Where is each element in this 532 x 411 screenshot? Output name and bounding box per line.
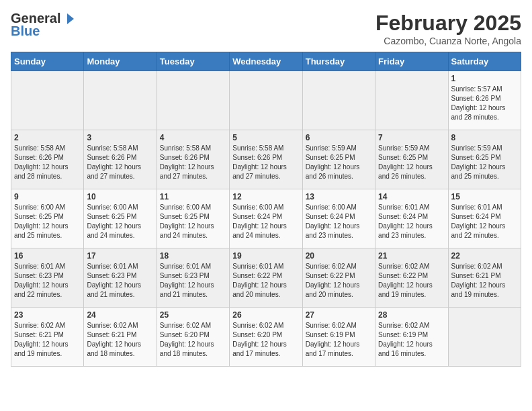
day-number: 12 bbox=[232, 192, 299, 201]
day-info: Sunrise: 5:58 AM Sunset: 6:26 PM Dayligh… bbox=[87, 144, 153, 181]
table-row: 26Sunrise: 6:02 AM Sunset: 6:20 PM Dayli… bbox=[230, 308, 302, 367]
svg-marker-0 bbox=[67, 13, 74, 24]
day-info: Sunrise: 5:59 AM Sunset: 6:25 PM Dayligh… bbox=[378, 144, 445, 181]
table-row bbox=[230, 71, 302, 130]
day-number: 1 bbox=[451, 74, 518, 83]
col-sunday: Sunday bbox=[11, 52, 84, 71]
table-row: 21Sunrise: 6:02 AM Sunset: 6:22 PM Dayli… bbox=[375, 248, 448, 308]
day-number: 16 bbox=[14, 251, 81, 261]
week-row-1: 1Sunrise: 5:57 AM Sunset: 6:26 PM Daylig… bbox=[11, 71, 521, 130]
table-row bbox=[11, 71, 84, 130]
table-row: 13Sunrise: 6:00 AM Sunset: 6:24 PM Dayli… bbox=[302, 189, 375, 248]
day-number: 20 bbox=[306, 251, 372, 261]
day-number: 23 bbox=[14, 310, 81, 320]
col-thursday: Thursday bbox=[302, 52, 375, 71]
day-info: Sunrise: 5:57 AM Sunset: 6:26 PM Dayligh… bbox=[451, 85, 518, 122]
col-tuesday: Tuesday bbox=[157, 52, 229, 71]
week-row-4: 16Sunrise: 6:01 AM Sunset: 6:23 PM Dayli… bbox=[11, 248, 521, 308]
col-monday: Monday bbox=[84, 52, 157, 71]
title-area: February 2025 Cazombo, Cuanza Norte, Ang… bbox=[375, 11, 521, 46]
day-info: Sunrise: 6:00 AM Sunset: 6:24 PM Dayligh… bbox=[306, 203, 372, 240]
day-info: Sunrise: 6:01 AM Sunset: 6:23 PM Dayligh… bbox=[14, 262, 81, 300]
day-number: 3 bbox=[87, 133, 153, 142]
table-row: 7Sunrise: 5:59 AM Sunset: 6:25 PM Daylig… bbox=[375, 130, 448, 189]
day-number: 18 bbox=[160, 251, 226, 261]
table-row: 9Sunrise: 6:00 AM Sunset: 6:25 PM Daylig… bbox=[11, 189, 84, 248]
day-info: Sunrise: 6:01 AM Sunset: 6:22 PM Dayligh… bbox=[232, 262, 299, 300]
table-row: 20Sunrise: 6:02 AM Sunset: 6:22 PM Dayli… bbox=[302, 248, 375, 308]
day-info: Sunrise: 6:01 AM Sunset: 6:23 PM Dayligh… bbox=[160, 262, 226, 300]
day-number: 13 bbox=[306, 192, 372, 201]
week-row-2: 2Sunrise: 5:58 AM Sunset: 6:26 PM Daylig… bbox=[11, 130, 521, 189]
day-info: Sunrise: 6:02 AM Sunset: 6:21 PM Dayligh… bbox=[14, 321, 81, 359]
table-row bbox=[302, 71, 375, 130]
day-info: Sunrise: 6:01 AM Sunset: 6:24 PM Dayligh… bbox=[378, 203, 445, 240]
table-row: 25Sunrise: 6:02 AM Sunset: 6:20 PM Dayli… bbox=[157, 308, 229, 367]
day-number: 4 bbox=[160, 133, 226, 142]
day-info: Sunrise: 6:02 AM Sunset: 6:20 PM Dayligh… bbox=[160, 321, 226, 359]
table-row: 15Sunrise: 6:01 AM Sunset: 6:24 PM Dayli… bbox=[448, 189, 521, 248]
col-saturday: Saturday bbox=[448, 52, 521, 71]
day-number: 26 bbox=[232, 310, 299, 320]
table-row: 6Sunrise: 5:59 AM Sunset: 6:25 PM Daylig… bbox=[302, 130, 375, 189]
day-number: 24 bbox=[87, 310, 153, 320]
table-row: 3Sunrise: 5:58 AM Sunset: 6:26 PM Daylig… bbox=[84, 130, 157, 189]
table-row bbox=[448, 308, 521, 367]
page-header: General Blue February 2025 Cazombo, Cuan… bbox=[11, 11, 521, 46]
table-row: 14Sunrise: 6:01 AM Sunset: 6:24 PM Dayli… bbox=[375, 189, 448, 248]
day-number: 25 bbox=[160, 310, 226, 320]
day-info: Sunrise: 6:02 AM Sunset: 6:19 PM Dayligh… bbox=[378, 321, 445, 359]
table-row: 28Sunrise: 6:02 AM Sunset: 6:19 PM Dayli… bbox=[375, 308, 448, 367]
day-info: Sunrise: 6:02 AM Sunset: 6:22 PM Dayligh… bbox=[306, 262, 372, 300]
week-row-5: 23Sunrise: 6:02 AM Sunset: 6:21 PM Dayli… bbox=[11, 308, 521, 367]
table-row: 17Sunrise: 6:01 AM Sunset: 6:23 PM Dayli… bbox=[84, 248, 157, 308]
table-row: 5Sunrise: 5:58 AM Sunset: 6:26 PM Daylig… bbox=[230, 130, 302, 189]
day-info: Sunrise: 5:58 AM Sunset: 6:26 PM Dayligh… bbox=[232, 144, 299, 181]
table-row: 12Sunrise: 6:00 AM Sunset: 6:24 PM Dayli… bbox=[230, 189, 302, 248]
day-number: 10 bbox=[87, 192, 153, 201]
day-info: Sunrise: 6:00 AM Sunset: 6:25 PM Dayligh… bbox=[160, 203, 226, 240]
table-row: 27Sunrise: 6:02 AM Sunset: 6:19 PM Dayli… bbox=[302, 308, 375, 367]
table-row: 16Sunrise: 6:01 AM Sunset: 6:23 PM Dayli… bbox=[11, 248, 84, 308]
location: Cazombo, Cuanza Norte, Angola bbox=[375, 36, 521, 46]
day-info: Sunrise: 5:58 AM Sunset: 6:26 PM Dayligh… bbox=[160, 144, 226, 181]
day-number: 7 bbox=[378, 133, 445, 142]
day-info: Sunrise: 6:02 AM Sunset: 6:19 PM Dayligh… bbox=[306, 321, 372, 359]
day-info: Sunrise: 6:00 AM Sunset: 6:25 PM Dayligh… bbox=[14, 203, 81, 240]
month-title: February 2025 bbox=[375, 11, 521, 36]
day-number: 9 bbox=[14, 192, 81, 201]
day-info: Sunrise: 6:01 AM Sunset: 6:23 PM Dayligh… bbox=[87, 262, 153, 300]
table-row: 18Sunrise: 6:01 AM Sunset: 6:23 PM Dayli… bbox=[157, 248, 229, 308]
day-info: Sunrise: 6:02 AM Sunset: 6:21 PM Dayligh… bbox=[451, 262, 518, 300]
day-info: Sunrise: 6:00 AM Sunset: 6:25 PM Dayligh… bbox=[87, 203, 153, 240]
table-row: 22Sunrise: 6:02 AM Sunset: 6:21 PM Dayli… bbox=[448, 248, 521, 308]
day-number: 2 bbox=[14, 133, 81, 142]
table-row: 8Sunrise: 5:59 AM Sunset: 6:25 PM Daylig… bbox=[448, 130, 521, 189]
logo: General Blue bbox=[11, 11, 75, 39]
table-row bbox=[84, 71, 157, 130]
week-row-3: 9Sunrise: 6:00 AM Sunset: 6:25 PM Daylig… bbox=[11, 189, 521, 248]
day-number: 8 bbox=[451, 133, 518, 142]
day-number: 22 bbox=[451, 251, 518, 261]
day-info: Sunrise: 6:00 AM Sunset: 6:24 PM Dayligh… bbox=[232, 203, 299, 240]
calendar-table: Sunday Monday Tuesday Wednesday Thursday… bbox=[11, 52, 521, 367]
day-info: Sunrise: 5:59 AM Sunset: 6:25 PM Dayligh… bbox=[451, 144, 518, 181]
calendar-header-row: Sunday Monday Tuesday Wednesday Thursday… bbox=[11, 52, 521, 71]
col-wednesday: Wednesday bbox=[230, 52, 302, 71]
table-row: 11Sunrise: 6:00 AM Sunset: 6:25 PM Dayli… bbox=[157, 189, 229, 248]
day-number: 19 bbox=[232, 251, 299, 261]
day-info: Sunrise: 5:59 AM Sunset: 6:25 PM Dayligh… bbox=[306, 144, 372, 181]
day-info: Sunrise: 6:01 AM Sunset: 6:24 PM Dayligh… bbox=[451, 203, 518, 240]
table-row bbox=[157, 71, 229, 130]
table-row bbox=[375, 71, 448, 130]
day-number: 15 bbox=[451, 192, 518, 201]
day-info: Sunrise: 5:58 AM Sunset: 6:26 PM Dayligh… bbox=[14, 144, 81, 181]
day-number: 17 bbox=[87, 251, 153, 261]
logo-blue: Blue bbox=[11, 24, 40, 39]
day-number: 5 bbox=[232, 133, 299, 142]
day-number: 21 bbox=[378, 251, 445, 261]
table-row: 19Sunrise: 6:01 AM Sunset: 6:22 PM Dayli… bbox=[230, 248, 302, 308]
table-row: 2Sunrise: 5:58 AM Sunset: 6:26 PM Daylig… bbox=[11, 130, 84, 189]
day-info: Sunrise: 6:02 AM Sunset: 6:20 PM Dayligh… bbox=[232, 321, 299, 359]
table-row: 4Sunrise: 5:58 AM Sunset: 6:26 PM Daylig… bbox=[157, 130, 229, 189]
